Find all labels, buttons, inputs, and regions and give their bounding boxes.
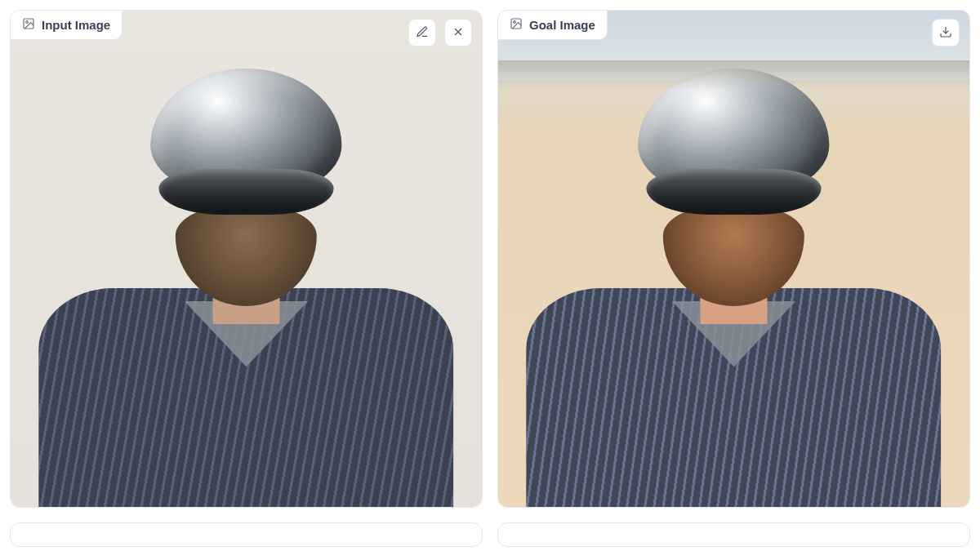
goal-image-actions [932,19,960,47]
goal-image-content [498,11,969,507]
input-image-label: Input Image [42,18,110,32]
svg-point-3 [514,21,516,24]
bottom-right-panel [497,522,970,547]
goal-image-tag: Goal Image [498,11,608,40]
pencil-icon [416,25,429,41]
bottom-left-panel [10,522,483,547]
input-image-panel: Input Image [10,10,483,508]
input-image-actions [408,19,472,47]
input-image-area[interactable] [11,11,482,507]
input-image-tag: Input Image [11,11,122,40]
goal-image-label: Goal Image [529,18,595,32]
edit-button[interactable] [408,19,436,47]
goal-image-area[interactable] [498,11,969,507]
download-icon [939,25,952,41]
visor-shape [159,169,333,215]
bottom-panels-row [10,522,970,547]
visor-shape [647,169,821,215]
input-image-content [11,11,482,507]
svg-point-1 [26,21,29,24]
image-icon [22,17,35,33]
figure-silhouette [39,51,454,507]
close-icon [452,25,465,41]
figure-silhouette [527,51,942,507]
goal-image-panel: Goal Image [497,10,970,508]
image-icon [510,17,523,33]
download-button[interactable] [932,19,960,47]
image-panels-row: Input Image [10,10,970,508]
remove-button[interactable] [444,19,472,47]
